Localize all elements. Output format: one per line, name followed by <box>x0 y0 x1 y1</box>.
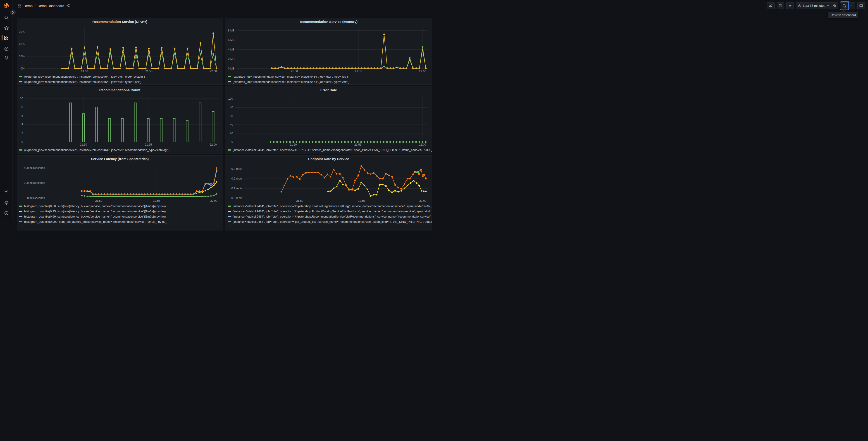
time-series-chart[interactable]: 21:5021:5522:000 MB2 MB4 MB6 MB8 MB <box>225 25 432 74</box>
series-point <box>129 68 130 69</box>
series-point <box>176 196 177 197</box>
legend-label: {exported_job="recommendationservice", i… <box>24 148 168 152</box>
series-point <box>92 193 94 195</box>
series-point <box>418 141 420 143</box>
series-point <box>415 67 417 69</box>
series-point <box>208 182 209 184</box>
active-indicator <box>2 35 2 40</box>
series-point <box>367 188 368 190</box>
series-point <box>425 141 427 143</box>
breadcrumb-folder[interactable]: Demo <box>24 4 33 8</box>
time-series-chart[interactable]: 21:5021:5522:000.0 req/s0.1 req/s0.2 req… <box>225 162 432 203</box>
series-point <box>87 190 88 192</box>
series-point <box>305 172 307 174</box>
legend-label: {instance="otelcol:9464", job="otel", op… <box>232 220 432 220</box>
legend-item[interactable]: histogram_quantile(0.95, sum(rate(latenc… <box>19 209 223 214</box>
panel-error-rate: Error Rate 21:5021:5522:00020406080100 {… <box>225 86 432 153</box>
panel-title[interactable]: Recommendation Service (CPU%) <box>17 18 223 25</box>
legend-item[interactable]: {exported_job="recommendationservice", i… <box>19 79 223 84</box>
sidebar-item-configuration[interactable] <box>0 198 13 207</box>
panel-recommendation-cpu: Recommendation Service (CPU%) 21:5021:55… <box>17 18 223 85</box>
series-point <box>184 196 186 197</box>
series-point <box>133 196 134 197</box>
series-point <box>138 193 140 195</box>
axis-tick-label: 0.3 req/s <box>231 167 242 171</box>
series-point <box>101 196 102 197</box>
legend-item[interactable]: histogram_quantile(0.50, sum(rate(latenc… <box>19 204 223 209</box>
sidebar-item-sign-in[interactable] <box>0 187 13 196</box>
sidebar-item-explore[interactable] <box>0 44 13 53</box>
legend-item[interactable]: {instance="otelcol:9464", job="otel", op… <box>228 147 432 153</box>
series-point <box>273 141 275 143</box>
series-point <box>138 196 140 197</box>
series-point <box>382 178 383 179</box>
axis-tick-label: 200 milliseconds <box>24 181 45 184</box>
series-point <box>142 68 143 69</box>
series-point <box>284 67 285 69</box>
bar-chart[interactable]: 21:5021:5522:000246810 <box>17 93 223 147</box>
series-point <box>176 193 177 195</box>
sidebar <box>0 0 13 220</box>
sidebar-item-alerting[interactable] <box>0 53 13 62</box>
series-point <box>126 68 127 69</box>
share-icon[interactable] <box>66 4 70 7</box>
series-point <box>373 194 374 195</box>
legend-item[interactable]: {instance="otelcol:9464", job="otel", op… <box>228 209 432 214</box>
legend-item[interactable]: {instance="otelcol:9464", job="otel", op… <box>228 204 432 209</box>
panel-title[interactable]: Recommendations Count <box>17 87 223 93</box>
series-point <box>144 196 146 197</box>
series-point <box>89 190 91 192</box>
legend-item[interactable]: histogram_quantile(0.99, sum(rate(latenc… <box>19 214 223 219</box>
series-point <box>360 141 362 143</box>
panel-title[interactable]: Service Latency (from SpanMetrics) <box>17 155 223 162</box>
legend-color-swatch <box>228 149 231 151</box>
sidebar-expand-button[interactable] <box>10 9 16 15</box>
legend-color-swatch <box>228 76 231 77</box>
panel-title[interactable]: Recommendation Service (Memory) <box>225 18 432 25</box>
panel-title[interactable]: Error Rate <box>225 87 432 93</box>
legend-item[interactable]: {instance="otelcol:9464", job="otel", op… <box>228 214 432 219</box>
series-point <box>425 190 427 192</box>
series-point <box>93 68 95 69</box>
sidebar-item-help[interactable] <box>0 208 13 217</box>
series-point <box>158 193 160 195</box>
series-point <box>92 196 94 197</box>
series-point <box>170 196 171 197</box>
series-point <box>396 66 398 68</box>
legend-item[interactable]: {exported_job="recommendationservice", i… <box>19 74 223 79</box>
series-point <box>323 177 325 178</box>
series-point <box>81 195 82 196</box>
legend-item[interactable]: {exported_job="recommendationservice", i… <box>228 74 432 79</box>
legend-item[interactable]: histogram_quantile(0.999, sum(rate(laten… <box>19 219 223 220</box>
series-point <box>385 173 387 175</box>
axis-tick-label: 21:50 <box>81 70 88 73</box>
series-point <box>345 184 347 186</box>
sidebar-item-starred[interactable] <box>0 23 13 32</box>
series-point <box>332 67 334 69</box>
series-point <box>170 68 172 69</box>
series-point <box>367 141 368 143</box>
axis-tick-label: 0.1 req/s <box>231 187 242 190</box>
series-point <box>299 141 301 143</box>
panel-title[interactable]: Endpoint Rate by Service <box>225 155 432 162</box>
series-point <box>205 196 206 197</box>
series-point <box>364 169 365 171</box>
series-point <box>213 182 215 184</box>
legend-item[interactable]: {instance="otelcol:9464", job="otel", op… <box>228 219 432 220</box>
series-point <box>274 67 276 69</box>
axis-tick-label: 6 MB <box>228 38 235 42</box>
series-point <box>95 196 97 197</box>
series-point <box>322 67 324 69</box>
time-series-chart[interactable]: 21:5021:5522:000 milliseconds200 millise… <box>17 162 223 203</box>
axis-tick-label: 2 <box>22 132 23 135</box>
legend-item[interactable]: {exported_job="recommendationservice", i… <box>228 79 432 84</box>
panel-legend: {exported_job="recommendationservice", i… <box>225 74 432 84</box>
sidebar-item-dashboards[interactable] <box>0 33 13 42</box>
time-series-chart[interactable]: 21:5021:5522:000%10%20%30% <box>17 25 223 74</box>
legend-item[interactable]: {exported_job="recommendationservice", i… <box>19 147 223 153</box>
panel-legend: {exported_job="recommendationservice", i… <box>17 147 223 153</box>
time-series-chart[interactable]: 21:5021:5522:00020406080100 <box>225 93 432 147</box>
series-point <box>361 67 363 69</box>
legend-label: histogram_quantile(0.99, sum(rate(latenc… <box>24 215 166 218</box>
grafana-logo-icon[interactable] <box>3 2 9 9</box>
